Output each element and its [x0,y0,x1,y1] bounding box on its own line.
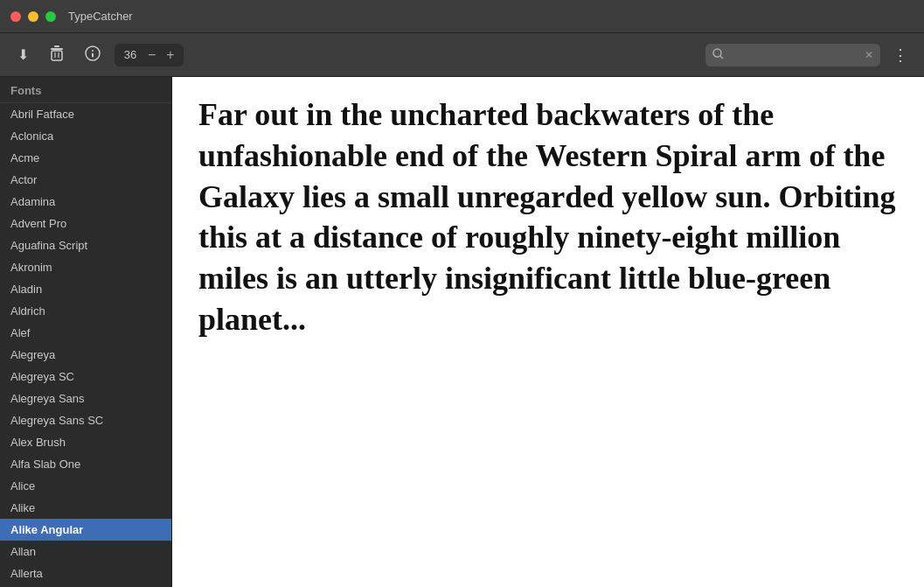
font-list-item[interactable]: Alegreya Sans SC [0,409,171,431]
font-list-item[interactable]: Alike [0,497,171,519]
info-icon [85,45,101,65]
menu-button[interactable]: ⋮ [887,42,914,68]
sidebar: Fonts Abril FatfaceAclonicaAcmeActorAdam… [0,77,172,587]
preview-text: Far out in the uncharted backwaters of t… [198,94,898,340]
font-list-item[interactable]: Allan [0,541,171,563]
search-clear-button[interactable]: ✕ [865,49,873,61]
search-input[interactable] [729,48,859,61]
font-list-item[interactable]: Aclonica [0,125,171,147]
font-size-control: 36 − + [115,44,184,66]
svg-point-8 [713,49,721,57]
close-button[interactable] [10,11,21,22]
font-list-item[interactable]: Alegreya [0,344,171,366]
svg-rect-1 [51,48,63,50]
app-title: TypeCatcher [68,10,133,23]
font-size-value: 36 [120,48,141,61]
maximize-button[interactable] [45,11,56,22]
font-list: Abril FatfaceAclonicaAcmeActorAdaminaAdv… [0,103,171,587]
sidebar-header: Fonts [0,77,171,103]
trash-button[interactable] [43,40,71,70]
font-list-item[interactable]: Alegreya Sans [0,388,171,409]
info-button[interactable] [78,40,108,70]
font-list-item[interactable]: Alice [0,475,171,497]
trash-icon [50,45,64,65]
font-list-item[interactable]: Abril Fatface [0,103,171,125]
clear-icon: ✕ [865,49,873,61]
font-list-item[interactable]: Alike Angular [0,519,171,541]
titlebar: TypeCatcher [0,0,924,33]
download-icon: ⬇ [17,46,29,63]
minimize-button[interactable] [28,11,38,22]
svg-point-6 [92,50,94,52]
svg-line-9 [720,56,723,59]
toolbar: ⬇ 36 − + [0,33,924,77]
svg-rect-7 [92,52,94,57]
search-icon [712,47,724,63]
font-list-item[interactable]: Aguafina Script [0,234,171,256]
search-box: ✕ [705,44,880,66]
font-list-item[interactable]: Alegreya SC [0,366,171,388]
svg-rect-0 [54,45,59,47]
font-list-item[interactable]: Acme [0,147,171,169]
menu-icon: ⋮ [893,46,908,64]
font-list-item[interactable]: Alef [0,322,171,344]
font-list-item[interactable]: Actor [0,169,171,191]
font-size-increase-button[interactable]: + [163,45,177,65]
font-list-item[interactable]: Advent Pro [0,213,171,234]
font-list-item[interactable]: Adamina [0,191,171,213]
preview-area: Far out in the uncharted backwaters of t… [172,77,924,587]
font-size-decrease-button[interactable]: − [144,45,159,65]
font-list-item[interactable]: Aladin [0,278,171,300]
font-list-item[interactable]: Aldrich [0,300,171,322]
font-list-item[interactable]: Alfa Slab One [0,453,171,475]
font-list-item[interactable]: Akronim [0,256,171,278]
font-list-item[interactable]: Alex Brush [0,431,171,453]
main-content: Fonts Abril FatfaceAclonicaAcmeActorAdam… [0,77,924,587]
svg-rect-2 [52,51,62,60]
download-button[interactable]: ⬇ [10,41,36,68]
font-list-item[interactable]: Allerta [0,563,171,584]
